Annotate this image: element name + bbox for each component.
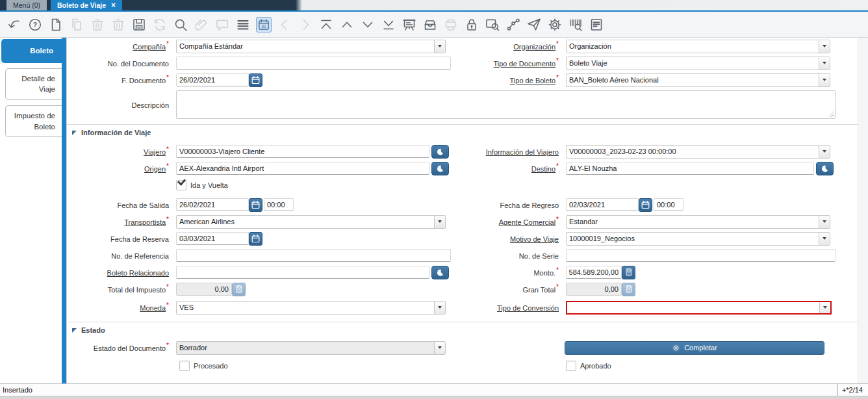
- ida-y-vuelta-checkbox[interactable]: [176, 180, 186, 190]
- tipo-conversion-combobox[interactable]: [566, 301, 832, 315]
- fecha-reserva-input[interactable]: 03/03/2021: [176, 232, 249, 245]
- motivo-viaje-dropdown-button[interactable]: [819, 233, 830, 245]
- fecha-regreso-time-value: 00:00: [657, 201, 675, 209]
- origen-label[interactable]: Origen: [144, 165, 166, 173]
- info-viajero-label[interactable]: Información del Viajero: [486, 148, 559, 156]
- detail-record-icon[interactable]: [360, 17, 376, 32]
- agente-comercial-label[interactable]: Agente Comercial: [499, 218, 555, 226]
- fecha-salida-input[interactable]: 26/02/2021: [176, 198, 249, 211]
- tipo-boleto-combobox[interactable]: BAN_Boleto Aéreo Nacional: [566, 73, 830, 87]
- viajero-lookup-button[interactable]: [431, 145, 449, 159]
- grid-toggle-icon[interactable]: [235, 17, 251, 32]
- find-icon[interactable]: [173, 17, 188, 32]
- tipo-conversion-dropdown-button[interactable]: [819, 302, 830, 313]
- lock-icon[interactable]: [464, 17, 479, 32]
- no-serie-input[interactable]: [566, 249, 836, 262]
- f-documento-input[interactable]: 26/02/2021: [176, 73, 249, 86]
- calendar-icon[interactable]: 31: [256, 17, 272, 32]
- help-icon[interactable]: ?: [27, 17, 43, 32]
- viajero-input[interactable]: V00000003-Viajero Cliente: [176, 145, 429, 158]
- tipo-boleto-dropdown-button[interactable]: [819, 74, 830, 86]
- compania-label[interactable]: Compañía: [133, 43, 166, 51]
- origen-input[interactable]: AEX-Alexandria Intl Airport: [176, 162, 429, 175]
- monto-calculator-button[interactable]: [622, 266, 635, 279]
- fecha-salida-calendar-button[interactable]: [249, 198, 262, 212]
- postit-icon[interactable]: [589, 17, 604, 32]
- first-record-icon[interactable]: [318, 17, 334, 32]
- info-viajero-dropdown-button[interactable]: [819, 146, 830, 158]
- collapse-triangle-icon[interactable]: [72, 328, 77, 333]
- report-icon[interactable]: [402, 17, 417, 32]
- compania-combobox[interactable]: Compañía Estándar: [176, 40, 446, 53]
- agente-comercial-combobox[interactable]: Estandar: [566, 215, 830, 229]
- scroll-gutter[interactable]: [858, 38, 868, 383]
- fecha-regreso-time-input[interactable]: 00:00: [654, 198, 683, 211]
- gran-total-label: Gran Total: [523, 286, 556, 294]
- moneda-combobox[interactable]: VES: [176, 301, 446, 315]
- procesado-checkbox[interactable]: [179, 361, 190, 371]
- completar-button[interactable]: Completar: [565, 341, 824, 355]
- organizacion-combobox[interactable]: Organización: [566, 40, 830, 53]
- fecha-salida-time-input[interactable]: 00:00: [264, 198, 294, 211]
- origen-lookup-button[interactable]: [431, 162, 449, 175]
- fecha-regreso-input[interactable]: 02/03/2021: [566, 198, 639, 211]
- close-icon[interactable]: ×: [111, 2, 116, 8]
- no-documento-input[interactable]: [176, 57, 451, 70]
- sidebar-tab-detalle-de-viaje[interactable]: Detalle de Viaje: [5, 68, 62, 100]
- sidebar-tab-impuesto-de-boleto[interactable]: Impuesto de Boleto: [5, 105, 62, 137]
- fecha-reserva-calendar-button[interactable]: [249, 232, 262, 246]
- lookup-icon: [436, 148, 444, 156]
- tipo-boleto-label[interactable]: Tipo de Boleto: [510, 77, 556, 84]
- estado-documento-combobox[interactable]: Borrador: [176, 341, 446, 355]
- no-referencia-input[interactable]: [176, 249, 451, 262]
- motivo-viaje-combobox[interactable]: 10000019_Negocios: [566, 232, 830, 246]
- estado-documento-dropdown-button[interactable]: [434, 342, 445, 354]
- organizacion-label[interactable]: Organización: [513, 43, 555, 51]
- destino-lookup-button[interactable]: [816, 162, 834, 175]
- new-record-icon[interactable]: [48, 17, 64, 32]
- viajero-label[interactable]: Viajero: [144, 148, 166, 156]
- viajero-value: V00000003-Viajero Cliente: [179, 148, 264, 155]
- transportista-label[interactable]: Transportista: [124, 218, 166, 226]
- monto-input[interactable]: 584.589.200,00: [566, 266, 622, 279]
- transportista-dropdown-button[interactable]: [434, 216, 445, 228]
- agente-comercial-dropdown-button[interactable]: [819, 216, 830, 228]
- tab-boleto-de-viaje[interactable]: Boleto de Viaje ×: [51, 0, 122, 10]
- moneda-dropdown-button[interactable]: [434, 302, 445, 314]
- transportista-combobox[interactable]: American Airlines: [176, 215, 446, 229]
- tab-menu[interactable]: Menú (0): [6, 0, 47, 10]
- destino-label[interactable]: Destino: [531, 165, 555, 173]
- fecha-regreso-calendar-button[interactable]: [639, 198, 652, 212]
- tipo-conversion-label[interactable]: Tipo de Conversión: [497, 304, 559, 312]
- tipo-documento-combobox[interactable]: Boleto Viaje: [566, 57, 830, 70]
- sidebar-tab-boleto[interactable]: Boleto: [1, 39, 62, 63]
- preference-icon[interactable]: [547, 17, 563, 32]
- tipo-documento-dropdown-button[interactable]: [819, 57, 830, 70]
- boleto-relacionado-input[interactable]: [176, 266, 429, 279]
- descripcion-textarea[interactable]: [176, 90, 836, 119]
- f-documento-calendar-button[interactable]: [249, 73, 262, 87]
- aprobado-checkbox[interactable]: [566, 361, 576, 371]
- parent-record-icon[interactable]: [339, 17, 355, 32]
- moneda-label[interactable]: Moneda: [140, 304, 166, 312]
- workflow-icon[interactable]: [505, 17, 521, 32]
- zoom-across-icon[interactable]: [485, 17, 500, 32]
- lookup-icon: [436, 268, 444, 277]
- required-mark: *: [166, 283, 169, 290]
- barcode-scan-icon[interactable]: [568, 17, 583, 32]
- last-record-icon[interactable]: [381, 17, 396, 32]
- send-mail-icon[interactable]: [526, 17, 542, 32]
- lookup-icon: [436, 164, 444, 173]
- save-icon[interactable]: [131, 17, 147, 32]
- archive-icon[interactable]: [422, 17, 438, 32]
- undo-icon[interactable]: [6, 17, 22, 32]
- destino-input[interactable]: ALY-El Nouzha: [566, 162, 814, 175]
- collapse-triangle-icon[interactable]: [72, 131, 77, 135]
- organizacion-dropdown-button[interactable]: [819, 40, 830, 53]
- motivo-viaje-label[interactable]: Motivo de Viaje: [510, 235, 559, 243]
- tipo-documento-label[interactable]: Tipo de Documento: [494, 60, 556, 68]
- boleto-relacionado-lookup-button[interactable]: [431, 266, 449, 279]
- info-viajero-combobox[interactable]: V00000003_2023-02-23 00:00:00: [566, 145, 830, 159]
- boleto-relacionado-label[interactable]: Boleto Relacionado: [107, 269, 169, 277]
- compania-dropdown-button[interactable]: [434, 40, 445, 53]
